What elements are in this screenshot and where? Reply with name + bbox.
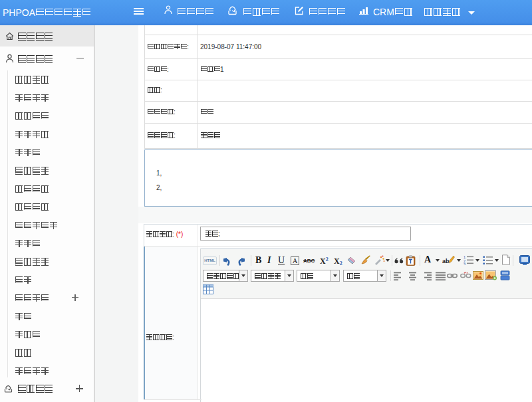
svg-text:ab: ab xyxy=(442,258,450,264)
svg-text:3: 3 xyxy=(464,262,466,266)
